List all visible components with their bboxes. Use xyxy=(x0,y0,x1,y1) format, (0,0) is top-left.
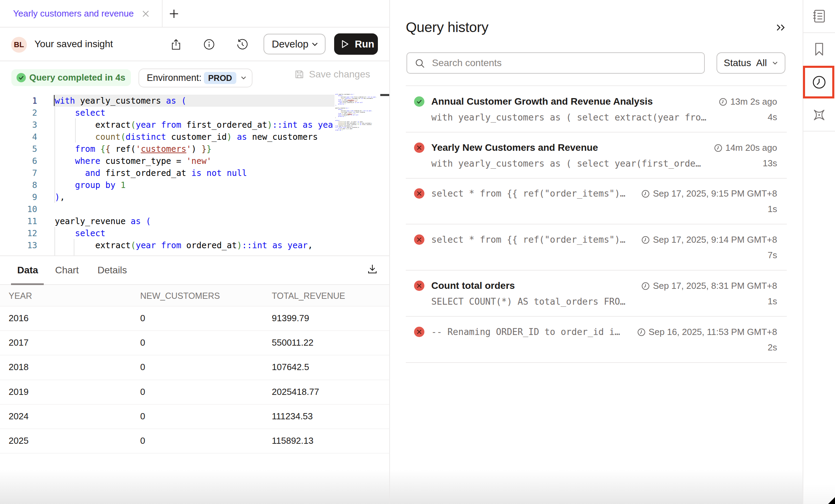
status-icon xyxy=(414,96,424,107)
success-icon xyxy=(416,98,422,105)
status-icon xyxy=(414,234,424,245)
play-icon xyxy=(341,40,349,49)
history-item[interactable]: Count total ordersSep 17, 2025, 8:31 PM … xyxy=(390,270,803,317)
query-history-panel: Query history Search contents Status All… xyxy=(390,0,803,504)
line-number: 7 xyxy=(0,167,37,179)
table-row[interactable]: 20180107642.5 xyxy=(0,355,389,380)
collapse-panel-icon[interactable] xyxy=(775,21,787,34)
code-line: yearly_revenue as ( xyxy=(55,215,334,227)
line-number: 1 xyxy=(0,95,37,107)
info-icon[interactable] xyxy=(203,39,215,50)
table-cell: 91399.79 xyxy=(263,306,389,330)
query-history-title: Query history xyxy=(406,19,488,35)
clock-icon xyxy=(641,282,650,290)
bookmark-icon[interactable] xyxy=(812,42,827,57)
avatar[interactable]: BL xyxy=(11,37,27,53)
table-cell: 2017 xyxy=(0,331,132,355)
table-cell: 115892.13 xyxy=(263,429,389,453)
table-cell: 111234.53 xyxy=(263,405,389,429)
table-row[interactable]: 20170550011.22 xyxy=(0,331,389,355)
table-cell: 0 xyxy=(132,429,263,453)
saved-insight-label: Your saved insight xyxy=(34,28,113,61)
history-item[interactable]: Yearly New Customers and Revenue14m 20s … xyxy=(390,132,803,179)
share-icon[interactable] xyxy=(170,39,182,50)
sql-editor[interactable]: 12345678910111213 with yearly_customers … xyxy=(0,87,389,255)
column-header[interactable]: YEAR xyxy=(0,286,132,306)
minimap-thumb[interactable] xyxy=(380,94,389,96)
table-row[interactable]: 20240111234.53 xyxy=(0,405,389,429)
status-icon xyxy=(414,143,424,153)
save-icon xyxy=(295,70,304,79)
history-item[interactable]: Annual Customer Growth and Revenue Analy… xyxy=(390,86,803,133)
status-icon xyxy=(414,327,424,337)
history-item-preview: SELECT COUNT(*) AS total_orders FRO… xyxy=(431,296,626,307)
table-body: 2016091399.7920170550011.2220180107642.5… xyxy=(0,306,389,453)
run-label: Run xyxy=(355,33,374,55)
tab-chart[interactable]: Chart xyxy=(55,256,79,284)
table-cell: 2016 xyxy=(0,306,132,330)
chevron-down-icon xyxy=(772,60,779,66)
results-tab-bar: Data Chart Details xyxy=(0,256,389,285)
develop-button[interactable]: Develop xyxy=(264,34,326,54)
line-number: 13 xyxy=(0,239,37,251)
dbt-icon[interactable] xyxy=(812,107,827,123)
download-icon[interactable] xyxy=(367,263,378,275)
table-row[interactable]: 2016091399.79 xyxy=(0,306,389,331)
environment-select[interactable]: Environment: PROD xyxy=(138,69,252,87)
history-item-time: Sep 16, 2025, 11:53 PM GMT+8 xyxy=(637,327,777,337)
code-line: ), xyxy=(55,191,334,203)
line-number: 5 xyxy=(0,143,37,155)
query-history-icon[interactable] xyxy=(812,75,827,90)
clock-icon xyxy=(641,236,650,244)
notebook-icon[interactable] xyxy=(812,9,827,24)
tab-close-icon[interactable] xyxy=(141,9,150,18)
code-line: extract(year from first_ordered_at)::int… xyxy=(55,119,334,131)
code-line: with yearly_customers as ( xyxy=(55,95,334,107)
history-item-time: Sep 17, 2025, 8:31 PM GMT+8 xyxy=(641,281,777,291)
line-number: 3 xyxy=(0,119,37,131)
code-line xyxy=(55,203,334,215)
editor-code[interactable]: with yearly_customers as ( select extrac… xyxy=(55,95,334,251)
table-cell: 0 xyxy=(132,380,263,404)
history-item-duration: 4s xyxy=(768,112,777,123)
item-divider xyxy=(406,362,787,363)
tab-title[interactable]: Yearly customers and revenue xyxy=(13,0,134,27)
table-cell: 2018 xyxy=(0,355,132,379)
line-number: 12 xyxy=(0,227,37,239)
search-input[interactable]: Search contents xyxy=(406,52,705,74)
save-changes-label: Save changes xyxy=(309,61,370,87)
tab-data[interactable]: Data xyxy=(17,256,38,284)
history-item[interactable]: select * from {{ ref("order_items")…Sep … xyxy=(390,178,803,224)
tab-details[interactable]: Details xyxy=(97,256,127,284)
search-icon xyxy=(415,58,425,69)
toolbar-separator xyxy=(803,32,835,33)
table-cell: 0 xyxy=(132,355,263,379)
status-row: Query completed in 4s Environment: PROD … xyxy=(0,61,389,87)
error-icon xyxy=(416,283,422,289)
version-history-icon[interactable] xyxy=(236,39,248,50)
status-filter-button[interactable]: Status All xyxy=(717,52,785,74)
history-item-duration: 2s xyxy=(768,342,777,353)
editor-minimap[interactable]: with yearly_customers as ( select extrac… xyxy=(335,94,379,131)
table-cell: 2019 xyxy=(0,380,132,404)
column-header[interactable]: NEW_CUSTOMERS xyxy=(132,286,263,306)
history-item[interactable]: select * from {{ ref("order_items")…Sep … xyxy=(390,224,803,271)
chevron-down-icon xyxy=(311,40,319,48)
status-filter-value: All xyxy=(756,53,767,73)
results-section: Data Chart Details YEARNEW_CUSTOMERSTOTA… xyxy=(0,255,389,504)
new-tab-button[interactable] xyxy=(169,9,179,19)
table-header: YEARNEW_CUSTOMERSTOTAL_REVENUE xyxy=(0,286,389,306)
table-row[interactable]: 20250115892.13 xyxy=(0,429,389,453)
table-cell: 2024 xyxy=(0,405,132,429)
history-item[interactable]: -- Renaming ORDER_ID to order_id i…Sep 1… xyxy=(390,316,803,363)
table-row[interactable]: 201902025418.77 xyxy=(0,380,389,405)
code-line: where customer_type = 'new' xyxy=(55,155,334,167)
line-number: 9 xyxy=(0,191,37,203)
environment-value-chip: PROD xyxy=(204,72,236,84)
table-cell: 2025 xyxy=(0,429,132,453)
table-cell: 107642.5 xyxy=(263,355,389,379)
error-icon xyxy=(416,329,422,335)
clock-icon xyxy=(641,190,650,198)
run-button[interactable]: Run xyxy=(334,33,378,55)
column-header[interactable]: TOTAL_REVENUE xyxy=(263,286,389,306)
